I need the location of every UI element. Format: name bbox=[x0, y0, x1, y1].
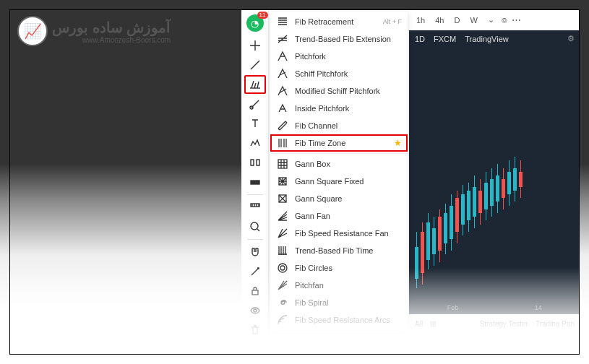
tf-4h[interactable]: 4h bbox=[432, 14, 447, 26]
hide-tool[interactable] bbox=[244, 301, 266, 320]
watermark-badge-icon: 📈 bbox=[17, 16, 48, 46]
dd-label: Trend-Based Fib Extension bbox=[295, 35, 402, 43]
x-label-0: Feb bbox=[447, 304, 459, 311]
tf-w[interactable]: W bbox=[467, 14, 480, 26]
dd-label: Modified Schiff Pitchfork bbox=[295, 87, 402, 95]
chart-settings-icon[interactable]: ⚙ bbox=[567, 34, 575, 43]
dd-item-fib-retracement[interactable]: Fib RetracementAlt + F bbox=[270, 13, 408, 30]
tf-d[interactable]: D bbox=[452, 14, 463, 26]
dd-label: Trend-Based Fib Time bbox=[295, 246, 402, 255]
svg-rect-4 bbox=[252, 290, 258, 295]
dd-item-inside-pitchfork[interactable]: Inside Pitchfork bbox=[270, 100, 408, 117]
dd-icon bbox=[276, 15, 289, 28]
ruler-tool[interactable] bbox=[244, 198, 266, 217]
tf-1h[interactable]: 1h bbox=[413, 14, 428, 26]
dd-icon bbox=[276, 157, 289, 170]
dd-icon bbox=[276, 119, 289, 132]
dd-item-fib-channel[interactable]: Fib Channel bbox=[270, 117, 408, 134]
dd-icon bbox=[276, 84, 289, 98]
svg-rect-1 bbox=[251, 181, 259, 184]
chart-brand: TradingView bbox=[465, 35, 509, 43]
dd-icon bbox=[276, 313, 289, 326]
watermark-subtitle: www.Amoozesh-Boors.com bbox=[52, 36, 171, 44]
x-label-1: 14 bbox=[535, 304, 542, 311]
dd-icon bbox=[276, 175, 289, 188]
star-icon[interactable]: ★ bbox=[394, 138, 402, 148]
dd-icon bbox=[276, 192, 289, 205]
brush-tool[interactable] bbox=[244, 95, 266, 113]
dd-label: Gann Box bbox=[295, 160, 402, 168]
footer-all[interactable]: All bbox=[415, 320, 423, 328]
dd-item-fib-circles[interactable]: Fib Circles bbox=[270, 259, 408, 277]
dd-icon bbox=[276, 67, 289, 80]
dd-icon bbox=[276, 136, 289, 150]
footer-tester[interactable]: Strategy Tester bbox=[480, 320, 528, 328]
svg-point-3 bbox=[251, 222, 258, 230]
watermark-logo: 📈 آموزش ساده بورس www.Amoozesh-Boors.com bbox=[17, 16, 171, 46]
dd-item-gann-square-fixed[interactable]: Gann Square Fixed bbox=[270, 173, 408, 190]
dd-label: Fib Spiral bbox=[295, 298, 402, 307]
svg-point-10 bbox=[278, 264, 287, 272]
magnet-tool[interactable] bbox=[244, 243, 266, 261]
dd-label: Fib Channel bbox=[295, 121, 402, 130]
measure-tool[interactable] bbox=[244, 173, 266, 191]
chart-body[interactable]: Feb 14 bbox=[409, 47, 580, 314]
tf-more[interactable]: ⌄ bbox=[485, 14, 497, 26]
dd-item-trend-based-fib-time[interactable]: Trend-Based Fib Time bbox=[270, 242, 408, 259]
fib-tools-dropdown: Fib RetracementAlt + FTrend-Based Fib Ex… bbox=[270, 12, 408, 330]
dd-item-trend-based-fib-extension[interactable]: Trend-Based Fib Extension bbox=[270, 30, 408, 48]
lock-tool[interactable] bbox=[244, 282, 266, 300]
dd-label: Schiff Pitchfork bbox=[295, 69, 402, 78]
zoom-tool[interactable] bbox=[244, 217, 266, 236]
topbar-more-icon[interactable]: ⋯ bbox=[512, 14, 521, 25]
chart-interval: 1D bbox=[415, 35, 425, 43]
dd-icon bbox=[276, 50, 289, 63]
dd-label: Fib Circles bbox=[295, 264, 402, 272]
drawing-mode-tool[interactable] bbox=[244, 262, 266, 281]
avatar-glyph: ◔ bbox=[251, 18, 259, 29]
fib-tool-active[interactable] bbox=[244, 75, 266, 94]
dd-item-fib-spiral[interactable]: Fib Spiral bbox=[270, 294, 408, 311]
dd-label: Pitchfan bbox=[295, 281, 402, 290]
candle-type-icon[interactable]: ⌾ bbox=[502, 14, 507, 25]
trash-tool[interactable] bbox=[244, 321, 266, 339]
dd-icon bbox=[276, 279, 289, 292]
dd-label: Fib Speed Resistance Fan bbox=[295, 229, 402, 238]
chart-panel: 1h 4h D W ⌄ ⌾ ⋯ 1D FXCM TradingView ⚙ Fe… bbox=[409, 10, 580, 355]
dd-item-fib-speed-resistance-fan[interactable]: Fib Speed Resistance Fan bbox=[270, 225, 408, 242]
dd-label: Gann Square Fixed bbox=[295, 177, 402, 186]
forecast-tool[interactable] bbox=[244, 153, 266, 172]
dd-item-fib-time-zone[interactable]: Fib Time Zone★ bbox=[270, 134, 408, 152]
dd-label: Fib Speed Resistance Arcs bbox=[295, 316, 402, 324]
dd-icon bbox=[276, 32, 289, 46]
footer-layout-icon[interactable]: ⊞ bbox=[430, 320, 436, 328]
dd-item-pitchfan[interactable]: Pitchfan bbox=[270, 277, 408, 294]
chart-symbol-header: 1D FXCM TradingView ⚙ bbox=[409, 30, 580, 47]
user-avatar[interactable]: ◔ 11 bbox=[246, 14, 264, 32]
svg-point-5 bbox=[254, 309, 257, 312]
x-axis: Feb 14 bbox=[409, 301, 580, 314]
cross-tool[interactable] bbox=[244, 36, 266, 55]
dd-item-fib-speed-resistance-arcs[interactable]: Fib Speed Resistance Arcs bbox=[270, 311, 408, 329]
dd-label: Gann Square bbox=[295, 194, 402, 203]
dd-icon bbox=[276, 227, 289, 240]
chart-topbar: 1h 4h D W ⌄ ⌾ ⋯ bbox=[409, 10, 580, 30]
dd-item-pitchfork[interactable]: Pitchfork bbox=[270, 48, 408, 65]
footer-trading[interactable]: Trading Pan bbox=[536, 320, 575, 328]
left-toolbar: ◔ 11 bbox=[241, 10, 269, 355]
pattern-tool[interactable] bbox=[244, 134, 266, 152]
text-tool[interactable] bbox=[244, 114, 266, 133]
dd-item-gann-square[interactable]: Gann Square bbox=[270, 190, 408, 207]
trend-line-tool[interactable] bbox=[244, 56, 266, 74]
dd-label: Pitchfork bbox=[295, 52, 402, 61]
dd-shortcut: Alt + F bbox=[383, 18, 402, 25]
dd-label: Fib Time Zone bbox=[295, 139, 388, 147]
dd-icon bbox=[276, 102, 289, 115]
svg-point-9 bbox=[280, 266, 285, 270]
dd-item-schiff-pitchfork[interactable]: Schiff Pitchfork bbox=[270, 65, 408, 82]
dd-item-modified-schiff-pitchfork[interactable]: Modified Schiff Pitchfork bbox=[270, 82, 408, 100]
trading-app: ◔ 11 Fib RetracementAlt + FTrend-Based F… bbox=[241, 10, 580, 355]
dd-item-gann-box[interactable]: Gann Box bbox=[270, 155, 408, 173]
dd-icon bbox=[276, 209, 289, 222]
dd-item-gann-fan[interactable]: Gann Fan bbox=[270, 207, 408, 225]
